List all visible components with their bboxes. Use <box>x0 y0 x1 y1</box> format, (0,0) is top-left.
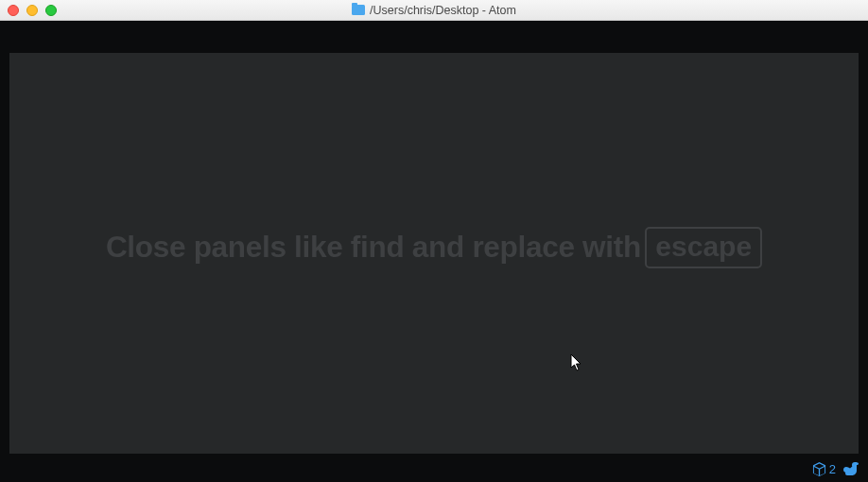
update-indicator[interactable] <box>843 461 859 476</box>
traffic-lights <box>8 5 57 16</box>
tab-bar[interactable] <box>0 21 868 53</box>
window-title-group: /Users/chris/Desktop - Atom <box>0 4 868 17</box>
package-icon <box>812 462 826 476</box>
window-title-text: /Users/chris/Desktop - Atom <box>370 4 516 17</box>
window-maximize-button[interactable] <box>45 5 57 16</box>
editor-pane[interactable]: Close panels like find and replace with … <box>9 53 859 454</box>
folder-icon <box>352 5 365 15</box>
tip-keystroke: escape <box>645 227 762 268</box>
window-titlebar: /Users/chris/Desktop - Atom <box>0 0 868 21</box>
git-status[interactable]: 2 <box>812 462 836 476</box>
git-count: 2 <box>829 462 836 476</box>
window-close-button[interactable] <box>8 5 19 16</box>
background-tip: Close panels like find and replace with … <box>106 228 762 269</box>
window-minimize-button[interactable] <box>26 5 38 16</box>
app-body: Close panels like find and replace with … <box>0 21 868 482</box>
status-bar: 2 <box>0 456 868 482</box>
squirrel-icon <box>843 461 859 476</box>
tip-text: Close panels like find and replace with <box>106 230 641 264</box>
